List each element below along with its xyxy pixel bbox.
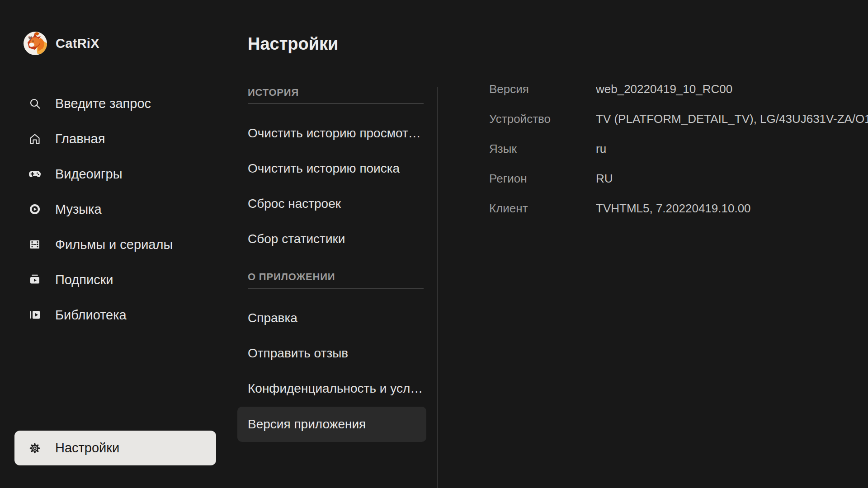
gamepad-icon <box>28 167 42 181</box>
detail-row-version: Версия web_20220419_10_RC00 <box>489 74 868 104</box>
menu-item-privacy-terms[interactable]: Конфиденциальность и усл… <box>248 371 423 406</box>
detail-label: Язык <box>489 142 596 156</box>
detail-row-device: Устройство TV (PLATFORM_DETAIL_TV), LG/4… <box>489 104 868 134</box>
sidebar-item-subscriptions[interactable]: Подписки <box>14 262 216 297</box>
sidebar-item-label: Фильмы и сериалы <box>55 237 173 252</box>
menu-item-statistics[interactable]: Сбор статистики <box>248 221 345 257</box>
search-icon <box>28 97 42 110</box>
detail-label: Устройство <box>489 112 596 126</box>
library-icon <box>28 308 42 322</box>
panel-divider <box>437 87 438 488</box>
detail-value: TVHTML5, 7.20220419.10.00 <box>596 202 868 216</box>
home-icon <box>28 132 42 145</box>
menu-item-app-version-selected[interactable]: Версия приложения <box>237 407 426 442</box>
detail-row-region: Регион RU <box>489 164 868 193</box>
detail-label: Клиент <box>489 202 596 216</box>
settings-screen: CatRiX Введите запрос Главная <box>0 0 868 488</box>
detail-row-client: Клиент TVHTML5, 7.20220419.10.00 <box>489 193 868 223</box>
sidebar-item-label: Введите запрос <box>55 96 151 111</box>
sidebar-item-label: Настройки <box>55 441 119 455</box>
menu-item-help[interactable]: Справка <box>248 300 297 336</box>
sidebar-item-games[interactable]: Видеоигры <box>14 156 216 192</box>
sidebar-item-music[interactable]: Музыка <box>14 192 216 227</box>
section-header-about: О ПРИЛОЖЕНИИ <box>248 271 424 283</box>
menu-item-reset-settings[interactable]: Сброс настроек <box>248 186 341 221</box>
sidebar-item-label: Музыка <box>55 202 102 217</box>
sidebar-item-home[interactable]: Главная <box>14 121 216 156</box>
sidebar-item-movies[interactable]: Фильмы и сериалы <box>14 227 216 262</box>
version-details-panel: Версия web_20220419_10_RC00 Устройство T… <box>489 74 868 223</box>
detail-value: RU <box>596 172 868 186</box>
section-header-history: ИСТОРИЯ <box>248 87 424 99</box>
detail-value: web_20220419_10_RC00 <box>596 82 868 96</box>
sidebar-item-label: Библиотека <box>55 308 127 323</box>
detail-row-language: Язык ru <box>489 134 868 164</box>
detail-label: Регион <box>489 172 596 186</box>
detail-value: TV (PLATFORM_DETAIL_TV), LG/43UJ631V-ZA/… <box>596 112 868 126</box>
sidebar-item-label: Главная <box>55 131 105 146</box>
app-logo: CatRiX <box>22 30 99 56</box>
catrix-avatar <box>22 30 48 56</box>
music-icon <box>28 202 42 216</box>
sidebar-item-label: Видеоигры <box>55 167 122 182</box>
subscriptions-icon <box>28 273 42 286</box>
catrix-avatar-art <box>22 30 48 56</box>
sidebar-nav: Введите запрос Главная Видеоигры <box>14 86 216 333</box>
page-title: Настройки <box>248 34 338 54</box>
menu-item-clear-watch-history[interactable]: Очистить историю просмот… <box>248 116 421 151</box>
sidebar-item-search[interactable]: Введите запрос <box>14 86 216 121</box>
menu-item-send-feedback[interactable]: Отправить отзыв <box>248 336 348 371</box>
detail-value: ru <box>596 142 868 156</box>
gear-icon <box>28 441 42 455</box>
section-divider <box>248 288 424 289</box>
menu-item-clear-search-history[interactable]: Очистить историю поиска <box>248 151 400 186</box>
app-title: CatRiX <box>56 36 99 51</box>
sidebar-item-label: Подписки <box>55 272 113 287</box>
sidebar-item-settings-selected[interactable]: Настройки <box>14 431 216 465</box>
film-icon <box>28 238 42 251</box>
section-divider <box>248 103 424 104</box>
detail-label: Версия <box>489 82 596 96</box>
sidebar-item-library[interactable]: Библиотека <box>14 297 216 333</box>
